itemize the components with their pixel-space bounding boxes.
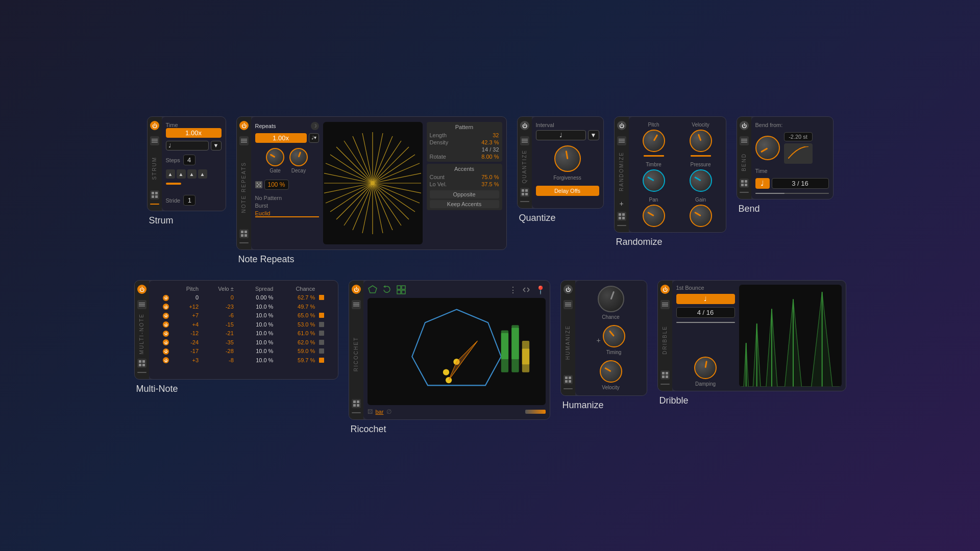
nr-power-button[interactable]: ⏻ [239,121,249,130]
nr-euclid[interactable]: Euclid [255,210,319,217]
humanize-menu-icon[interactable] [564,300,573,309]
mn-chance-2[interactable]: 49.7 % [275,302,317,311]
bend-time-value[interactable]: 3 / 16 [772,178,829,189]
strum-stride-value[interactable]: 1 [183,195,195,206]
strum-arrow-select[interactable]: ▼ [211,141,222,151]
ricochet-bar-label[interactable]: bar [376,409,384,415]
mn-power-button[interactable]: ⏻ [137,285,146,294]
mn-row-power-2[interactable]: ⏻ [163,304,169,310]
bend-grid-icon[interactable] [740,179,749,188]
nr-lovel-value[interactable]: 37.5 % [481,181,499,187]
mn-pitch-8[interactable]: +3 [171,356,201,365]
dribble-damping-knob[interactable] [694,357,717,379]
nr-menu-icon[interactable] [239,136,249,145]
mn-pitch-2[interactable]: +12 [171,302,201,311]
nr-no-pattern[interactable]: No Pattern [255,195,319,201]
nr-note-select[interactable]: ♩▾ [309,133,319,143]
bend-power-button[interactable]: ⏻ [740,121,749,130]
humanize-power-button[interactable]: ⏻ [564,285,573,294]
mn-row-power-4[interactable]: ⏻ [163,321,169,328]
mn-pitch-1[interactable]: 0 [171,293,201,302]
mn-velo-3[interactable]: -6 [201,311,236,320]
mn-velo-2[interactable]: -23 [201,302,236,311]
randomize-grid-icon[interactable] [617,212,626,221]
mn-chance-3[interactable]: 65.0 % [275,311,317,320]
mn-spread-6[interactable]: 10.0 % [236,338,276,347]
mn-spread-2[interactable]: 10.0 % [236,302,276,311]
mn-pitch-7[interactable]: -17 [171,346,201,356]
mn-spread-3[interactable]: 10.0 % [236,311,276,320]
bend-value[interactable]: -2.20 st [784,132,813,141]
nr-value[interactable]: 1.00x [255,133,307,143]
nr-decay-knob[interactable] [289,148,308,166]
rand-velocity-knob[interactable] [690,130,712,152]
quantize-interval-arrow[interactable]: ▼ [588,130,599,140]
dribble-bounce-note[interactable]: ♩ [676,294,735,304]
mn-chance-4[interactable]: 53.0 % [275,320,317,329]
strum-note-select[interactable]: ♩ [166,141,209,151]
mn-pitch-3[interactable]: +7 [171,311,201,320]
mn-chance-7[interactable]: 59.0 % [275,346,317,356]
quantize-interval-select[interactable]: ♩ [536,130,586,140]
dribble-bounce-value[interactable]: 4 / 16 [676,307,735,318]
strum-menu-icon[interactable] [150,136,159,145]
bend-note-icon[interactable]: ♩ [755,178,770,189]
strum-arrow-up-2[interactable]: ▲ [177,169,186,179]
ricochet-arrows-icon[interactable] [521,285,531,295]
ricochet-pentagon-icon[interactable] [368,285,378,295]
strum-arrow-up-3[interactable]: ▲ [187,169,197,179]
rand-pitch-knob[interactable] [643,130,665,152]
mn-row-power-8[interactable]: ⏻ [163,357,169,363]
bend-menu-icon[interactable] [740,136,749,145]
mn-velo-8[interactable]: -8 [201,356,236,365]
randomize-power-button[interactable]: ⏻ [617,121,626,130]
nr-density-value[interactable]: 42.3 % [481,139,499,145]
nr-grid-icon[interactable] [239,229,249,238]
quantize-forgiveness-knob[interactable] [554,145,581,172]
dribble-menu-icon[interactable] [660,300,670,309]
rand-pressure-knob[interactable] [690,169,712,192]
humanize-grid-icon[interactable] [564,375,573,384]
nr-moon-icon[interactable]: ☽ [311,122,319,130]
mn-spread-8[interactable]: 10.0 % [236,356,276,365]
ricochet-grid-view-icon[interactable] [396,285,406,295]
mn-pitch-6[interactable]: -24 [171,338,201,347]
randomize-menu-icon[interactable] [617,136,626,145]
nr-burst[interactable]: Burst [255,203,319,209]
rand-gain-knob[interactable] [690,205,712,227]
ricochet-power-button[interactable]: ⏻ [352,285,361,294]
mn-grid-icon[interactable] [137,359,146,368]
nr-count-value[interactable]: 75.0 % [481,174,499,180]
mn-pitch-5[interactable]: -12 [171,329,201,338]
rand-timbre-knob[interactable] [643,169,665,192]
mn-row-power-6[interactable]: ⏻ [163,339,169,345]
nr-opposite-btn[interactable]: Opposite [430,190,499,198]
ricochet-menu-icon[interactable] [352,300,361,309]
rand-pan-knob[interactable] [643,205,665,227]
mn-row-power-5[interactable]: ⏻ [163,331,169,337]
mn-spread-5[interactable]: 10.0 % [236,329,276,338]
nr-rotate-value[interactable]: 8.00 % [481,154,499,160]
humanize-chance-knob[interactable] [598,286,624,312]
dribble-power-button[interactable]: ⏻ [660,285,670,294]
mn-velo-5[interactable]: -21 [201,329,236,338]
strum-arrow-up-4[interactable]: ▲ [198,169,207,179]
mn-row-power-1[interactable]: ⏻ [163,295,169,301]
mn-row-power-3[interactable]: ⏻ [163,313,169,319]
humanize-velocity-knob[interactable] [600,360,622,383]
mn-pitch-4[interactable]: +4 [171,320,201,329]
strum-steps-value[interactable]: 4 [183,155,195,165]
mn-spread-7[interactable]: 10.0 % [236,346,276,356]
nr-length-value[interactable]: 32 [493,132,499,138]
mn-row-power-7[interactable]: ⏻ [163,348,169,355]
mn-velo-4[interactable]: -15 [201,320,236,329]
mn-spread-4[interactable]: 10.0 % [236,320,276,329]
nr-gate-knob[interactable] [266,148,284,166]
mn-velo-7[interactable]: -28 [201,346,236,356]
mn-chance-5[interactable]: 61.0 % [275,329,317,338]
ricochet-grid-icon[interactable] [352,399,361,408]
dribble-slider[interactable] [676,322,735,323]
humanize-timing-knob[interactable] [603,325,625,347]
bend-knob[interactable] [755,136,780,160]
quantize-power-button[interactable]: ⏻ [520,121,529,130]
